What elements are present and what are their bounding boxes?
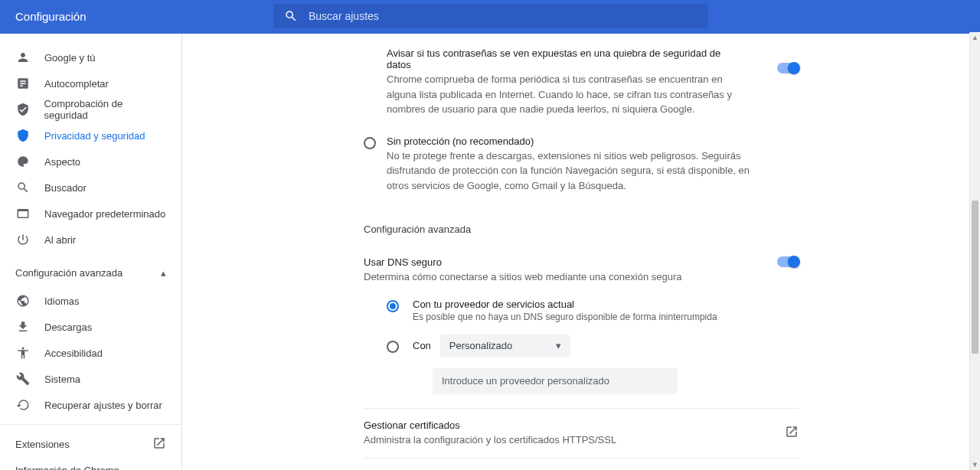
sidebar-item-languages[interactable]: Idiomas — [0, 288, 181, 314]
sub-option-label: Con — [413, 340, 431, 351]
row-description: Determina cómo conectarse a sitios web m… — [364, 269, 777, 285]
sidebar-item-label: Privacidad y seguridad — [44, 130, 145, 142]
autofill-icon — [15, 76, 31, 91]
row-title: Usar DNS seguro — [364, 256, 777, 268]
main-content: Avisar si tus contraseñas se ven expuest… — [182, 34, 980, 470]
sidebar-item-label: Recuperar ajustes y borrar — [44, 400, 162, 411]
palette-icon — [15, 154, 31, 169]
scrollbar-thumb[interactable] — [972, 201, 978, 354]
sidebar-item-label: Accesibilidad — [44, 348, 103, 359]
person-icon — [15, 50, 31, 65]
option-password-breach: Avisar si tus contraseñas se ven expuest… — [364, 41, 799, 129]
sidebar-item-label: Buscador — [44, 182, 87, 194]
sidebar-section-advanced[interactable]: Configuración avanzada ▴ — [0, 257, 181, 288]
dns-provider-dropdown[interactable]: Personalizado ▾ — [440, 335, 570, 357]
sub-option-description: Es posible que no haya un DNS seguro dis… — [413, 312, 799, 322]
sidebar-item-appearance[interactable]: Aspecto — [0, 149, 181, 175]
sidebar-item-search[interactable]: Buscador — [0, 175, 181, 201]
dropdown-value: Personalizado — [449, 340, 512, 351]
row-advanced-protection[interactable]: Programa de Protección Avanzada de Googl… — [364, 458, 799, 470]
sidebar-item-label: Descargas — [44, 321, 92, 333]
download-icon — [15, 319, 31, 335]
sidebar-item-safety-check[interactable]: Comprobación de seguridad — [0, 96, 181, 122]
dns-option-custom[interactable]: Con Personalizado ▾ — [387, 328, 799, 364]
chevron-down-icon: ▾ — [556, 340, 561, 351]
restore-icon — [15, 397, 31, 413]
scrollbar[interactable]: ▲ ▼ — [969, 32, 980, 470]
search-box[interactable] — [273, 4, 708, 28]
toggle-secure-dns[interactable] — [777, 256, 799, 267]
scroll-up-icon[interactable]: ▲ — [970, 32, 980, 43]
sidebar-item-label: Aspecto — [44, 156, 80, 168]
dns-option-current-provider[interactable]: Con tu proveedor de servicios actual Es … — [387, 292, 799, 328]
sidebar-link-label: Extensiones — [15, 439, 70, 450]
section-heading-advanced: Configuración avanzada — [364, 224, 799, 235]
sidebar: Google y tú Autocompletar Comprobación d… — [0, 34, 182, 470]
sidebar-link-extensions[interactable]: Extensiones — [0, 431, 181, 457]
browser-icon — [15, 206, 31, 221]
shield-check-icon — [15, 102, 31, 117]
search-input[interactable] — [309, 10, 697, 22]
toggle-password-breach[interactable] — [777, 63, 799, 73]
external-link-icon — [152, 436, 166, 452]
sidebar-item-label: Al abrir — [44, 234, 76, 246]
radio-dns-custom[interactable] — [387, 341, 399, 353]
sidebar-item-privacy-security[interactable]: Privacidad y seguridad — [0, 122, 181, 149]
option-no-protection[interactable]: Sin protección (no recomendado) No te pr… — [364, 129, 799, 206]
option-description: No te protege frente a descargas, extens… — [387, 149, 768, 194]
row-secure-dns: Usar DNS seguro Determina cómo conectars… — [364, 249, 799, 292]
sidebar-item-label: Google y tú — [44, 52, 96, 64]
sidebar-item-google-you[interactable]: Google y tú — [0, 44, 181, 70]
row-description: Administra la configuración y los certif… — [364, 432, 769, 448]
sidebar-item-default-browser[interactable]: Navegador predeterminado — [0, 201, 181, 227]
sidebar-item-autocomplete[interactable]: Autocompletar — [0, 70, 181, 96]
sidebar-item-accessibility[interactable]: Accesibilidad — [0, 340, 181, 366]
radio-no-protection[interactable] — [364, 137, 376, 149]
globe-icon — [15, 293, 31, 308]
accessibility-icon — [15, 345, 31, 361]
chevron-up-icon: ▴ — [161, 267, 166, 279]
app-title: Configuración — [15, 10, 273, 23]
sidebar-link-label: Información de Chrome — [15, 465, 119, 471]
search-icon — [15, 180, 31, 195]
radio-dns-current[interactable] — [387, 300, 399, 312]
power-icon — [15, 232, 31, 247]
scroll-down-icon[interactable]: ▼ — [970, 459, 980, 470]
sidebar-item-label: Comprobación de seguridad — [44, 98, 166, 121]
sidebar-item-label: Autocompletar — [44, 78, 109, 90]
sub-option-title: Con tu proveedor de servicios actual — [413, 299, 799, 310]
wrench-icon — [15, 371, 31, 387]
search-icon — [284, 9, 298, 23]
external-link-icon — [785, 429, 799, 441]
row-title: Gestionar certificados — [364, 419, 769, 431]
sidebar-item-downloads[interactable]: Descargas — [0, 314, 181, 340]
shield-icon — [15, 128, 31, 143]
sidebar-item-label: Sistema — [44, 374, 80, 385]
row-manage-certificates[interactable]: Gestionar certificados Administra la con… — [364, 408, 799, 459]
sidebar-item-reset[interactable]: Recuperar ajustes y borrar — [0, 392, 181, 418]
app-header: Configuración — [0, 0, 980, 32]
sidebar-link-about[interactable]: Información de Chrome — [0, 457, 181, 470]
sidebar-item-label: Idiomas — [44, 295, 80, 307]
sidebar-item-label: Navegador predeterminado — [44, 208, 165, 220]
option-title: Avisar si tus contraseñas se ven expuest… — [387, 47, 742, 70]
sidebar-section-label: Configuración avanzada — [15, 267, 122, 279]
option-description: Chrome comprueba de forma periódica si t… — [387, 72, 742, 117]
sidebar-item-system[interactable]: Sistema — [0, 366, 181, 392]
dns-custom-input[interactable] — [433, 368, 678, 394]
sidebar-item-on-startup[interactable]: Al abrir — [0, 227, 181, 253]
option-title: Sin protección (no recomendado) — [387, 135, 768, 147]
